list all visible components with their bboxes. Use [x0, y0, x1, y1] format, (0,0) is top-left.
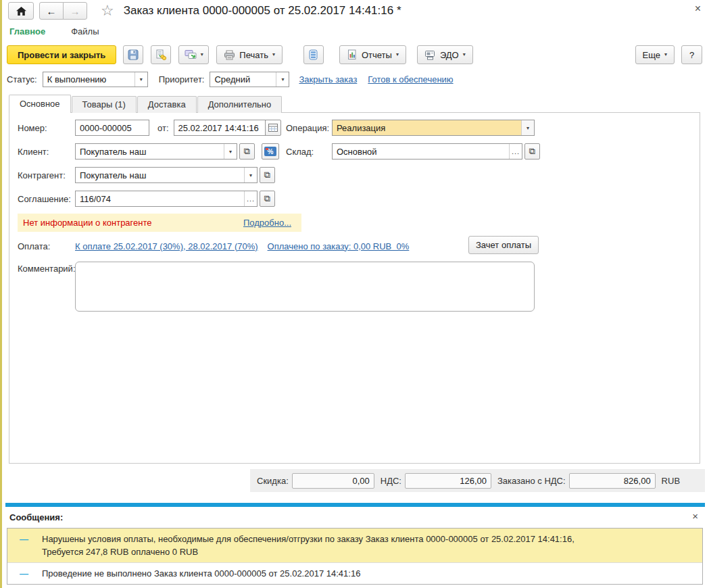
title-bar: ← → ☆ Заказ клиента 0000-000005 от 25.02… — [0, 0, 709, 22]
payment-offset-button[interactable]: Зачет оплаты — [468, 236, 539, 254]
post-and-close-button[interactable]: Провести и закрыть — [7, 45, 116, 64]
warning-details-link[interactable]: Подробно... — [243, 218, 291, 228]
back-icon: ← — [47, 6, 57, 16]
date-input[interactable] — [174, 120, 265, 135]
chevron-down-icon[interactable]: ▾ — [244, 168, 257, 182]
number-field — [75, 120, 149, 136]
chevron-down-icon[interactable]: ▾ — [135, 72, 147, 87]
printer-icon — [224, 50, 235, 60]
print-button[interactable]: Печать ▾ — [216, 45, 283, 64]
tab-additional[interactable]: Дополнительно — [197, 96, 283, 113]
messages-close-icon[interactable]: × — [692, 510, 698, 522]
operation-label: Операция: — [286, 123, 329, 133]
post-document-button[interactable] — [151, 45, 171, 64]
history-nav: ← → — [39, 2, 87, 20]
ordered-with-vat-value-field[interactable] — [569, 473, 656, 489]
close-order-link[interactable]: Закрыть заказ — [299, 74, 357, 84]
agreement-open-button[interactable]: ⧉ — [260, 191, 275, 207]
structure-button[interactable] — [303, 45, 324, 64]
agreement-field: ... — [75, 191, 258, 207]
choose-icon[interactable]: ... — [244, 191, 257, 206]
command-bar: Провести и закрыть ▾ Печать ▾ Отчеты ▾ Э… — [0, 45, 709, 65]
warehouse-open-button[interactable]: ⧉ — [524, 143, 540, 160]
number-label: Номер: — [18, 123, 75, 133]
section-menu: Главное Файлы — [0, 23, 709, 39]
forward-button[interactable]: → — [63, 2, 87, 20]
client-label: Клиент: — [18, 147, 75, 157]
edo-icon — [424, 50, 436, 60]
calendar-button[interactable] — [265, 120, 281, 136]
tab-delivery[interactable]: Доставка — [137, 96, 197, 113]
client-open-button[interactable]: ⧉ — [239, 143, 255, 160]
counterparty-label: Контрагент: — [18, 170, 75, 180]
menu-item-main[interactable]: Главное — [9, 26, 45, 36]
message-bullet-icon: — — [20, 533, 28, 558]
order-window: ← → ☆ Заказ клиента 0000-000005 от 25.02… — [0, 0, 709, 588]
tab-strip: Основное Товары (1) Доставка Дополнитель… — [9, 95, 283, 113]
reports-icon — [347, 49, 358, 60]
priority-select[interactable]: Средний ▾ — [210, 72, 289, 87]
chevron-down-icon[interactable]: ▾ — [224, 144, 237, 159]
forward-icon: → — [70, 6, 80, 16]
priority-select-value: Средний — [210, 72, 276, 87]
message-item-info[interactable]: — Проведение не выполнено Заказ клиента … — [7, 563, 702, 584]
favorite-star-icon[interactable]: ☆ — [101, 3, 114, 18]
ordered-with-vat-label: Заказано с НДС: — [497, 476, 566, 486]
home-button[interactable] — [8, 2, 34, 20]
ready-for-supply-link[interactable]: Готов к обеспечению — [368, 74, 453, 84]
warehouse-field: ... — [332, 143, 522, 160]
back-button[interactable]: ← — [39, 2, 64, 20]
more-button[interactable]: Еще ▾ — [635, 45, 675, 64]
choose-icon[interactable]: ... — [509, 144, 522, 159]
messages-title: Сообщения: — [9, 512, 63, 522]
reports-button-label: Отчеты — [362, 50, 392, 60]
counterparty-row: Контрагент: ▾ ⧉ — [18, 167, 691, 183]
discount-value-field[interactable] — [292, 473, 374, 489]
payment-schedule-link[interactable]: К оплате 25.02.2017 (30%), 28.02.2017 (7… — [75, 241, 258, 251]
messages-splitter[interactable] — [5, 503, 705, 507]
counterparty-open-button[interactable]: ⧉ — [260, 167, 275, 183]
payment-row: Оплата: К оплате 25.02.2017 (30%), 28.02… — [18, 238, 691, 254]
message-line: Требуется 247,8 RUB оплачено 0 RUB — [42, 545, 574, 558]
report-structure-icon — [309, 49, 318, 60]
vat-value-field[interactable] — [405, 473, 491, 489]
agreement-input[interactable] — [76, 191, 244, 206]
create-based-on-button[interactable]: ▾ — [178, 45, 209, 64]
comment-textarea[interactable] — [75, 262, 535, 312]
client-input[interactable] — [76, 144, 224, 159]
comment-row: Комментарий: — [18, 262, 691, 278]
save-button[interactable] — [123, 45, 143, 64]
vat-label: НДС: — [381, 476, 401, 486]
menu-item-files[interactable]: Файлы — [71, 26, 99, 36]
message-text: Проведение не выполнено Заказ клиента 00… — [42, 567, 360, 580]
tab-goods[interactable]: Товары (1) — [72, 96, 137, 113]
payment-paid-link[interactable]: Оплачено по заказу: 0,00 RUB 0% — [268, 241, 410, 251]
chevron-down-icon: ▾ — [664, 52, 667, 57]
message-item-warning[interactable]: — Нарушены условия оплаты, необходимые д… — [7, 529, 702, 563]
counterparty-input[interactable] — [76, 168, 244, 182]
operation-input[interactable] — [333, 120, 521, 135]
date-label: от: — [157, 123, 169, 133]
save-icon — [128, 49, 139, 60]
discounts-button[interactable]: % — [262, 143, 279, 160]
reports-button[interactable]: Отчеты ▾ — [339, 45, 406, 64]
edo-button[interactable]: ЭДО ▾ — [417, 45, 473, 64]
print-button-label: Печать — [239, 50, 268, 60]
help-button[interactable]: ? — [681, 45, 702, 64]
status-label: Статус: — [7, 74, 37, 84]
counterparty-field: ▾ — [75, 167, 258, 183]
chevron-down-icon[interactable]: ▾ — [521, 120, 534, 135]
message-text: Нарушены условия оплаты, необходимые для… — [42, 533, 574, 558]
status-select[interactable]: К выполнению ▾ — [43, 72, 148, 87]
agreement-label: Соглашение: — [18, 194, 75, 204]
post-document-icon — [155, 49, 166, 60]
number-input[interactable] — [76, 120, 149, 135]
warehouse-input[interactable] — [333, 144, 509, 159]
discount-label: Скидка: — [257, 476, 289, 486]
comment-label: Комментарий: — [18, 262, 75, 274]
close-window-icon[interactable]: × — [695, 3, 701, 15]
tab-main[interactable]: Основное — [9, 95, 71, 113]
status-select-value: К выполнению — [43, 72, 135, 87]
create-based-on-icon — [185, 49, 199, 60]
chevron-down-icon[interactable]: ▾ — [276, 72, 289, 87]
